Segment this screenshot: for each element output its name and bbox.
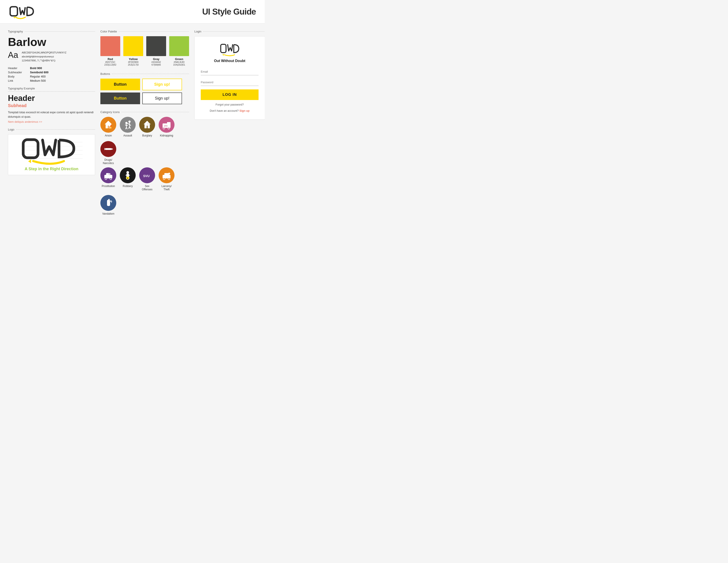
svg-rect-0 <box>10 7 17 16</box>
svg-rect-55 <box>107 200 110 206</box>
svg-marker-33 <box>111 148 113 150</box>
font-name: Barlow <box>8 36 95 48</box>
icons-row-2: Prostitution $ <box>100 167 189 216</box>
icon-circle-robbery[interactable]: $ <box>120 167 136 183</box>
svg-marker-8 <box>28 159 31 163</box>
color-hex-red: #E9715C <box>100 61 120 63</box>
icon-label-assault: Assault <box>123 134 132 137</box>
icon-prostitution: Prostitution <box>100 167 116 191</box>
icon-circle-burglary[interactable] <box>139 117 155 133</box>
color-name-red: Red <box>100 57 120 61</box>
page-title: UI Style Guide <box>202 7 256 17</box>
icon-robbery: $ Robbery <box>120 167 136 191</box>
buttons-label: Buttons <box>100 72 189 75</box>
icons-row-1: 🔥 Arson <box>100 117 189 165</box>
page-header: UI Style Guide <box>0 0 265 24</box>
color-swatch-gray: Gray #434442 67|68|66 <box>146 36 166 66</box>
email-input[interactable] <box>201 68 259 75</box>
login-section-label: Login <box>194 30 265 33</box>
icon-circle-vandalism[interactable] <box>100 195 116 211</box>
color-swatch-yellow: Yellow #FDD900 253|217|0 <box>123 36 143 66</box>
login-brand-name: Out Without Doubt <box>214 59 245 63</box>
color-hex-green: #9ACA3D <box>169 61 189 63</box>
icon-burglary: Burglary <box>139 117 155 137</box>
middle-column: Color Palette Red #E9715C 233|113|92 Yel… <box>100 30 189 218</box>
logo-box: A Step in the Right Direction <box>8 134 95 175</box>
password-input[interactable] <box>201 79 259 86</box>
arson-svg: 🔥 <box>103 119 114 130</box>
icon-larceny: Larceny/ Theft <box>159 167 174 191</box>
icons-label: Category Icons <box>100 110 189 114</box>
icon-label-prostitution: Prostitution <box>102 184 115 188</box>
icon-label-sex-offenses: Sex Offenses <box>142 184 152 191</box>
icon-label-vandalism: Vandalism <box>102 212 114 216</box>
prostitution-svg <box>103 170 114 180</box>
svg-line-16 <box>129 126 130 129</box>
svg-rect-7 <box>23 140 38 158</box>
svg-point-53 <box>168 173 170 174</box>
svg-point-52 <box>168 178 170 180</box>
svg-point-42 <box>126 171 129 174</box>
button-dark-filled[interactable]: Button <box>100 92 140 104</box>
font-sample-chars: ABCDEFGHIJKLMNOPQRSTUVWXYZ abcdefghijklm… <box>22 51 66 62</box>
icon-label-larceny: Larceny/ Theft <box>161 184 172 191</box>
color-name-green: Green <box>169 57 189 61</box>
color-rgb-yellow: 253|217|0 <box>123 63 143 66</box>
svg-point-38 <box>105 178 107 180</box>
color-rgb-green: 154|202|61 <box>169 63 189 66</box>
icon-circle-arson[interactable]: 🔥 <box>100 117 116 133</box>
svg-point-41 <box>109 173 110 175</box>
color-palette-label: Color Palette <box>100 30 189 33</box>
icon-kidnapping: SPD Kidnapping <box>159 117 174 137</box>
svg-text:SVU: SVU <box>143 174 150 178</box>
icon-label-kidnapping: Kidnapping <box>160 134 173 137</box>
logo-label: Logo <box>8 128 95 131</box>
button-outline[interactable]: Sign up! <box>142 92 182 104</box>
color-block-yellow <box>123 36 143 56</box>
svg-rect-45 <box>129 175 130 175</box>
fw-row-body: Body Regular 400 <box>8 75 95 78</box>
color-name-gray: Gray <box>146 57 166 61</box>
typography-section: Typography Barlow Aa ABCDEFGHIJKLMNOPQRS… <box>8 30 95 218</box>
svg-rect-44 <box>126 175 127 175</box>
icon-arson: 🔥 Arson <box>100 117 116 137</box>
login-button[interactable]: LOG IN <box>201 89 259 100</box>
example-body: Toreptati totas excescil int volecat exp… <box>8 110 95 119</box>
svg-marker-61 <box>222 54 224 56</box>
button-yellow-outline[interactable]: Sign up! <box>142 79 182 90</box>
svg-point-58 <box>111 202 112 203</box>
login-logo <box>220 43 240 57</box>
drugs-svg <box>103 144 114 154</box>
signup-link[interactable]: Sign up <box>239 109 250 112</box>
icon-circle-drugs[interactable] <box>100 141 116 157</box>
color-block-green <box>169 36 189 56</box>
svg-rect-32 <box>105 148 111 150</box>
robbery-svg: $ <box>122 170 133 180</box>
svg-rect-28 <box>167 122 171 124</box>
vandalism-svg <box>103 197 114 208</box>
color-name-yellow: Yellow <box>123 57 143 61</box>
color-rgb-red: 233|113|92 <box>100 63 120 66</box>
svg-rect-26 <box>148 124 149 126</box>
svg-point-11 <box>128 120 131 123</box>
buttons-grid: Button Sign up! Button Sign up! <box>100 79 182 104</box>
icon-circle-prostitution[interactable] <box>100 167 116 183</box>
font-weights: Header Bold 900 Subheader Semibold 600 B… <box>8 66 95 82</box>
icon-circle-kidnapping[interactable]: SPD <box>159 117 174 133</box>
icon-circle-sex-offenses[interactable]: SVU <box>139 167 155 183</box>
example-link[interactable]: Nem deliquis andenimus >> <box>8 120 95 123</box>
example-subhead: Subhead <box>8 103 95 108</box>
button-yellow-filled[interactable]: Button <box>100 79 140 90</box>
svg-point-30 <box>168 127 170 129</box>
svg-rect-50 <box>164 173 169 176</box>
icon-circle-larceny[interactable] <box>159 167 174 183</box>
color-block-gray <box>146 36 166 56</box>
forgot-password-link[interactable]: Forgot your password? <box>216 103 244 106</box>
logo-large <box>21 138 83 165</box>
logo-tagline: A Step in the Right Direction <box>25 167 78 171</box>
icon-circle-assault[interactable] <box>120 117 136 133</box>
icon-label-burglary: Burglary <box>142 134 152 137</box>
color-rgb-gray: 67|68|66 <box>146 63 166 66</box>
svg-rect-56 <box>108 199 110 201</box>
font-sample-aa: Aa <box>8 51 18 62</box>
